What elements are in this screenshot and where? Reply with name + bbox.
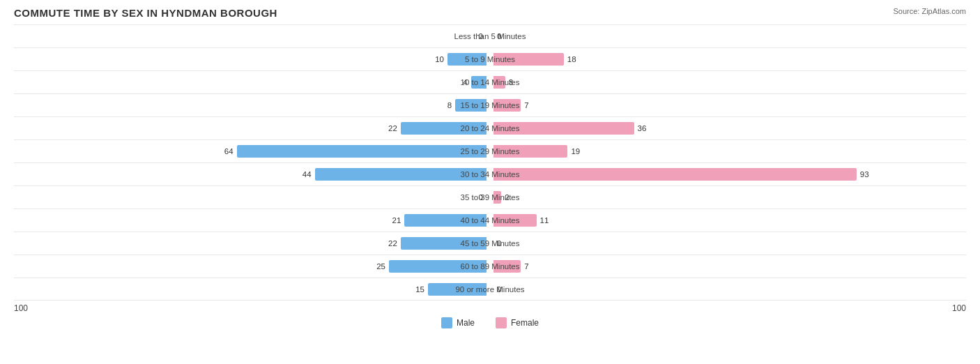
axis-right: 100 [952,303,966,313]
chart-row: 2560 to 89 Minutes7 [14,255,966,278]
value-male: 0 [479,32,483,40]
bar-female [493,53,564,66]
value-female: 18 [567,55,576,63]
chart-row: 0Less than 5 Minutes0 [14,24,966,47]
bar-male [447,53,487,66]
chart-row: 2245 to 59 Minutes0 [14,232,966,255]
value-male: 25 [376,262,385,271]
value-male: 10 [435,55,444,63]
value-male: 64 [224,147,233,156]
bar-male [404,214,487,227]
value-male: 22 [388,124,397,132]
bar-female [493,145,567,158]
chart-row: 6425 to 29 Minutes19 [14,139,966,162]
value-male: 21 [392,216,401,225]
value-male: 8 [447,101,452,109]
bar-male [455,99,487,112]
bar-male [428,283,487,296]
chart-row: 2220 to 24 Minutes36 [14,116,966,139]
legend: Male Female [14,317,966,328]
chart-row: 2140 to 44 Minutes11 [14,208,966,232]
legend-female-icon [496,317,507,328]
bar-female [493,122,634,135]
chart-row: 410 to 14 Minutes3 [14,70,966,93]
value-male: 22 [388,239,397,248]
bar-male [237,145,487,158]
bar-male [315,168,487,181]
bar-female [493,99,521,112]
value-female: 11 [540,216,549,225]
bar-female [493,260,521,273]
value-male: 44 [303,170,312,179]
chart-row: 105 to 9 Minutes18 [14,47,966,70]
chart-row: 4430 to 34 Minutes93 [14,162,966,185]
value-female: 0 [497,239,501,248]
value-female: 36 [638,124,647,132]
bar-male [389,260,487,273]
axis-labels: 100 100 [14,303,966,313]
value-female: 3 [509,78,513,86]
bar-male [401,122,487,135]
chart-area: 0Less than 5 Minutes0105 to 9 Minutes184… [14,24,966,301]
bar-female [493,76,505,89]
value-female: 0 [497,285,501,294]
chart-title: COMMUTE TIME BY SEX IN HYNDMAN BOROUGH [14,7,966,19]
legend-male-icon [441,317,452,328]
value-female: 93 [860,170,869,179]
bar-female [493,191,501,204]
value-female: 0 [497,32,501,40]
value-female: 2 [505,193,509,202]
legend-male: Male [441,317,475,328]
value-female: 19 [571,147,580,156]
legend-female-label: Female [511,318,539,328]
bar-male [471,76,487,89]
value-female: 7 [524,262,528,271]
source-label: Source: ZipAtlas.com [893,7,966,15]
chart-container: COMMUTE TIME BY SEX IN HYNDMAN BOROUGH S… [0,0,980,364]
chart-row: 1590 or more Minutes0 [14,278,966,301]
bar-female [493,168,857,181]
bar-female [493,214,537,227]
chart-row: 035 to 39 Minutes2 [14,185,966,208]
legend-male-label: Male [457,318,475,328]
legend-female: Female [496,317,539,328]
value-male: 15 [415,285,424,294]
chart-row: 815 to 19 Minutes7 [14,93,966,116]
value-male: 0 [479,193,483,202]
axis-left: 100 [14,303,28,313]
value-male: 4 [463,78,467,86]
bar-male [401,237,487,250]
value-female: 7 [524,101,528,109]
